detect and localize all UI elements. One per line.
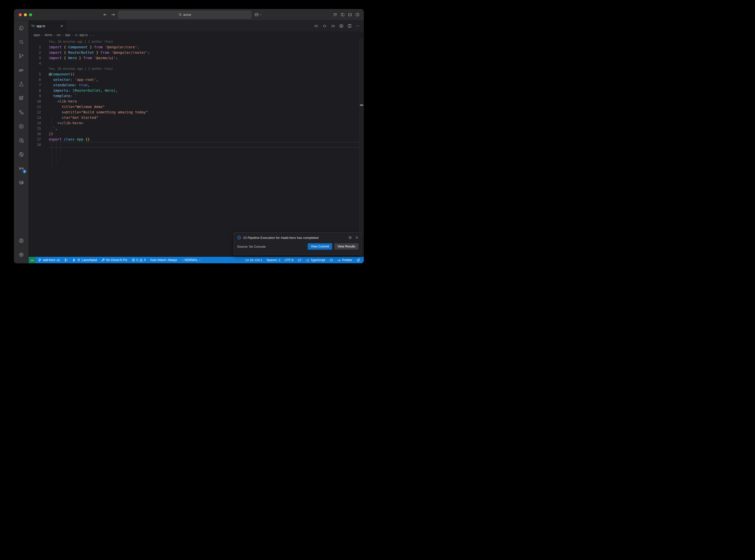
status-auto-attach[interactable]: Auto Attach: Always — [148, 257, 179, 263]
scrollbar[interactable] — [359, 38, 364, 257]
status-nx-cloud-ai-fix[interactable]: Nx Cloud AI Fix — [99, 257, 130, 263]
status-problems[interactable]: 00 — [130, 257, 148, 263]
breadcrumb-label: app.ts — [79, 33, 88, 37]
go-back-icon[interactable] — [103, 13, 107, 17]
activity-item-run-debug[interactable] — [14, 63, 28, 77]
status-label: UTF-8 — [285, 258, 293, 262]
previous-change-icon[interactable] — [314, 24, 319, 28]
code-line-14[interactable]: 14 ></lib-hero> — [28, 120, 359, 126]
line-number: 11 — [28, 105, 49, 109]
activity-item-explorer[interactable] — [14, 21, 28, 35]
status-eol[interactable]: LF — [296, 257, 304, 263]
activity-item-swirl[interactable] — [14, 147, 28, 161]
breadcrumb-separator-icon: › — [42, 34, 43, 37]
code-line-5[interactable]: 5@Component({ — [28, 72, 359, 77]
status-label: Ln 18, Col 1 — [245, 258, 262, 262]
breadcrumb-item-app[interactable]: app — [65, 33, 70, 37]
activity-item-commit-graph[interactable] — [14, 119, 28, 133]
minimize-window-button[interactable] — [24, 13, 27, 16]
svg-text:TS: TS — [75, 34, 77, 36]
traffic-lights — [19, 13, 32, 16]
close-tab-icon[interactable] — [60, 24, 63, 27]
changes-icon[interactable] — [322, 24, 327, 28]
toggle-panel-icon[interactable] — [348, 13, 352, 17]
customize-layout-icon[interactable] — [333, 13, 337, 17]
code-line-18[interactable]: 18 — [28, 142, 359, 147]
go-forward-icon[interactable] — [111, 13, 115, 17]
line-number: 2 — [28, 51, 49, 55]
activity-item-testing[interactable] — [14, 77, 28, 91]
breadcrumb-item-apps[interactable]: apps — [34, 33, 40, 37]
code-line-3[interactable]: 3import { Hero } from '@acme/ui'; — [28, 55, 359, 61]
status-copilot-status[interactable] — [327, 257, 335, 263]
view-commit-button[interactable]: View Commit — [308, 243, 332, 250]
code-line-15[interactable]: 15 `, — [28, 126, 359, 131]
copilot-menu[interactable] — [255, 13, 262, 17]
code-line-9[interactable]: 9 template: ` — [28, 93, 359, 99]
command-center-search[interactable]: acme — [118, 11, 251, 19]
code-line-10[interactable]: 10 <lib-hero — [28, 99, 359, 104]
svg-text:{}: {} — [306, 259, 309, 261]
activity-item-source-control[interactable] — [14, 49, 28, 63]
code-text: ></lib-hero> — [49, 121, 83, 125]
activity-item-commit-graph-search[interactable] — [14, 133, 28, 147]
activity-item-settings[interactable] — [14, 248, 28, 262]
code-line-2[interactable]: 2import { RouterOutlet } from '@angular/… — [28, 50, 359, 55]
line-number: 13 — [28, 116, 49, 120]
typescript-file-icon: TS — [31, 25, 35, 27]
code-line-4[interactable]: 4 — [28, 61, 359, 66]
status-encoding[interactable]: UTF-8 — [282, 257, 296, 263]
notification-settings-gear-icon[interactable] — [348, 236, 352, 240]
close-window-button[interactable] — [19, 13, 22, 16]
breadcrumb-item-demo[interactable]: demo — [45, 33, 52, 37]
activity-item-nx[interactable]: N2 — [14, 161, 28, 176]
activity-item-accounts[interactable] — [14, 234, 28, 248]
status-source-control-graph[interactable] — [62, 257, 70, 263]
tab-bar: TS app.ts — [28, 20, 364, 31]
close-notification-icon[interactable] — [355, 236, 358, 239]
breadcrumb-item-app-ts[interactable]: TSapp.ts — [75, 33, 88, 37]
status-indentation[interactable]: Spaces: 2 — [264, 257, 282, 263]
toast-body: Source: Nx Console View Commit View Resu… — [234, 240, 362, 250]
toggle-primary-sidebar-icon[interactable] — [340, 13, 345, 17]
status-remote-indicator[interactable]: >< — [28, 257, 36, 263]
status-git-branch[interactable]: add-hero — [36, 257, 62, 263]
code-editor[interactable]: You, 26 minutes ago | 1 author (You)1imp… — [28, 38, 364, 257]
code-text: import { RouterOutlet } from '@angular/r… — [49, 51, 150, 55]
breadcrumb-item--[interactable]: ... — [92, 33, 95, 37]
split-editor-icon[interactable] — [347, 24, 352, 28]
explorer-icon — [19, 25, 24, 31]
code-line-11[interactable]: 11 title="Welcmoe demo" — [28, 104, 359, 109]
code-line-16[interactable]: 16}) — [28, 131, 359, 137]
gitlens-graph-icon[interactable] — [339, 24, 344, 28]
code-line-7[interactable]: 7 standalone: true, — [28, 82, 359, 88]
status-vim-mode[interactable]: -- NORMAL -- — [179, 257, 203, 263]
line-number: 4 — [28, 61, 49, 65]
activity-item-hierarchy[interactable] — [14, 105, 28, 119]
typescript-file-icon: TS — [75, 33, 78, 37]
activity-item-container[interactable] — [14, 176, 28, 189]
status-cursor-position[interactable]: Ln 18, Col 1 — [243, 257, 264, 263]
status-launchpad[interactable]: Launchpad — [70, 257, 99, 263]
activity-item-extensions[interactable] — [14, 91, 28, 105]
more-actions-icon[interactable] — [356, 24, 360, 28]
status-language-mode[interactable]: {}TypeScript — [304, 257, 327, 263]
status-notifications-bell[interactable] — [354, 257, 362, 263]
code-text: import { Component } from '@angular/core… — [49, 45, 139, 49]
run-debug-icon — [19, 67, 24, 73]
tab-app-ts[interactable]: TS app.ts — [28, 20, 66, 31]
code-line-8[interactable]: 8 imports: [RouterOutlet, Hero], — [28, 88, 359, 93]
code-line-17[interactable]: 17export class App {} — [28, 137, 359, 142]
zoom-window-button[interactable] — [29, 13, 32, 16]
status-label: Launchpad — [82, 258, 97, 262]
code-line-12[interactable]: 12 subtitle="Build something amazing tod… — [28, 109, 359, 115]
view-results-button[interactable]: View Results — [334, 243, 358, 250]
status-formatter-prettier[interactable]: Prettier — [335, 257, 354, 263]
code-line-6[interactable]: 6 selector: 'app-root', — [28, 77, 359, 82]
code-line-1[interactable]: 1import { Component } from '@angular/cor… — [28, 44, 359, 50]
toggle-secondary-sidebar-icon[interactable] — [355, 13, 359, 17]
activity-item-search[interactable] — [14, 35, 28, 49]
next-change-icon[interactable] — [331, 24, 335, 28]
breadcrumb-item-src[interactable]: src — [57, 33, 61, 37]
code-line-13[interactable]: 13 cta="Get Started" — [28, 115, 359, 120]
